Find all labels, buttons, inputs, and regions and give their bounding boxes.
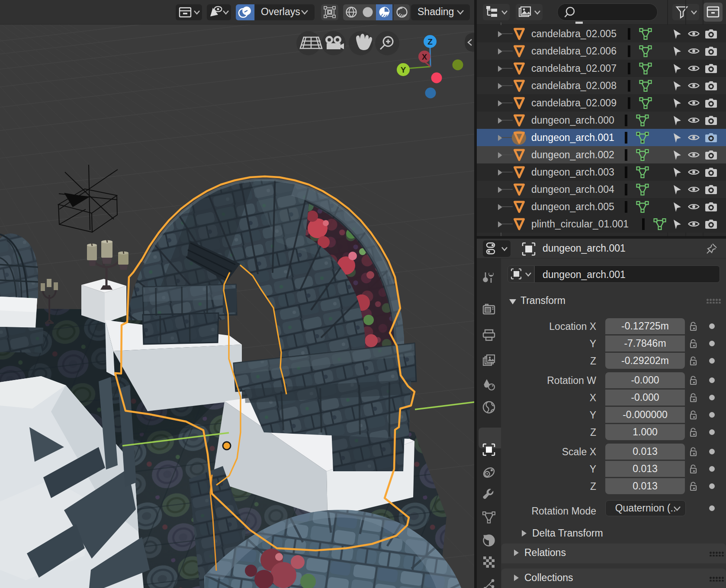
svg-text:Z: Z <box>427 37 433 46</box>
svg-text:X: X <box>422 53 427 61</box>
svg-text:Y: Y <box>401 65 406 74</box>
